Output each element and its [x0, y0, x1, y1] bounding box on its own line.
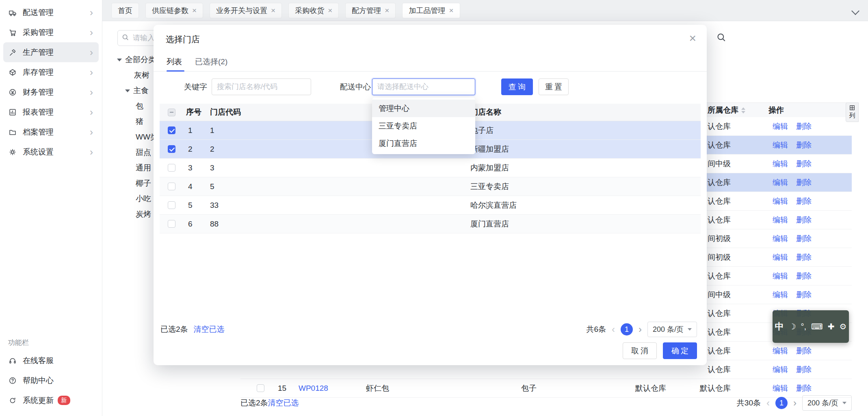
tab-supply-chain-params[interactable]: 供应链参数 × [145, 3, 203, 18]
name-cell: 哈尔滨直营店 [470, 196, 517, 214]
edit-link[interactable]: 编辑 [773, 117, 788, 135]
edit-link[interactable]: 编辑 [773, 285, 788, 304]
store-row[interactable]: 3 3 内蒙加盟店 [160, 159, 701, 177]
store-row[interactable]: 5 33 哈尔滨直营店 [160, 196, 701, 215]
keyword-input[interactable] [212, 78, 311, 95]
close-icon[interactable]: × [385, 7, 389, 14]
settings-icon[interactable]: ⚙ [840, 322, 847, 331]
edit-link[interactable]: 编辑 [773, 155, 788, 173]
delete-link[interactable]: 删除 [796, 285, 812, 304]
tab-home[interactable]: 首页 [111, 3, 139, 18]
reset-button[interactable]: 重置 [539, 78, 569, 95]
delete-link[interactable]: 删除 [796, 155, 812, 173]
prev-page-icon[interactable]: ‹ [612, 325, 615, 334]
search-icon[interactable] [716, 33, 726, 44]
distribution-center-select[interactable] [372, 78, 475, 95]
confirm-button[interactable]: 确定 [663, 342, 697, 359]
prev-page-icon[interactable]: ‹ [766, 398, 770, 408]
page-size-select[interactable]: 200 条/页 [647, 322, 697, 337]
edit-link[interactable]: 编辑 [773, 360, 788, 379]
edit-link[interactable]: 编辑 [773, 173, 788, 192]
delete-link[interactable]: 删除 [796, 360, 812, 379]
sidebar-item-delivery[interactable]: 配送管理 › [3, 2, 99, 22]
clear-selection-link[interactable]: 清空已选 [194, 324, 225, 335]
next-page-icon[interactable]: › [639, 325, 642, 334]
next-page-icon[interactable]: › [793, 398, 797, 408]
edit-link[interactable]: 编辑 [773, 192, 788, 210]
chinese-mode-icon[interactable]: 中 [775, 322, 784, 331]
punctuation-icon[interactable]: °, [801, 322, 806, 331]
no-cell: 1 [188, 121, 193, 139]
column-header-warehouse[interactable]: 所属仓库 [708, 103, 745, 118]
tab-business-switches[interactable]: 业务开关与设置 × [210, 3, 282, 18]
close-icon[interactable]: × [192, 7, 197, 14]
chevron-down-icon[interactable] [851, 7, 859, 15]
tree-label: 灰树 [134, 70, 149, 81]
delete-link[interactable]: 删除 [796, 192, 812, 210]
delete-link[interactable]: 删除 [796, 248, 812, 266]
table-footer: 已选2条 清空已选 共30条 ‹ 1 › 200 条/页 [240, 394, 852, 412]
delete-link[interactable]: 删除 [796, 229, 812, 248]
clear-selection-link[interactable]: 清空已选 [268, 398, 299, 408]
sidebar-item-purchasing[interactable]: 采购管理 › [3, 22, 99, 42]
edit-link[interactable]: 编辑 [773, 229, 788, 248]
column-settings-tool[interactable]: 列 [846, 102, 859, 122]
delete-link[interactable]: 删除 [796, 211, 812, 229]
close-icon[interactable]: × [449, 7, 453, 14]
row-checkbox[interactable] [168, 196, 175, 214]
cancel-button[interactable]: 取消 [623, 342, 657, 359]
move-icon[interactable]: ✚ [828, 322, 835, 331]
edit-link[interactable]: 编辑 [773, 211, 788, 229]
close-icon[interactable]: × [271, 7, 275, 14]
delete-link[interactable]: 删除 [796, 136, 812, 154]
sidebar-item-online-service[interactable]: 在线客服 [3, 351, 99, 370]
tab-list[interactable]: 列表 [167, 52, 182, 71]
row-checkbox[interactable] [168, 140, 175, 158]
page-number[interactable]: 1 [775, 397, 788, 409]
column-header-label: 所属仓库 [708, 105, 738, 115]
row-checkbox[interactable] [168, 177, 175, 196]
edit-link[interactable]: 编辑 [773, 267, 788, 285]
sidebar-item-help-center[interactable]: 帮助中心 [3, 370, 99, 390]
page-number[interactable]: 1 [621, 323, 633, 335]
delete-link[interactable]: 删除 [796, 117, 812, 135]
select-all-checkbox[interactable] [168, 104, 175, 121]
tree-label: 全部分类 [125, 54, 156, 65]
tree-label: 主食 [133, 85, 149, 96]
delete-link[interactable]: 删除 [796, 342, 812, 360]
dropdown-option[interactable]: 厦门直营店 [372, 135, 475, 152]
close-icon[interactable]: × [689, 32, 696, 44]
delete-link[interactable]: 删除 [796, 267, 812, 285]
dropdown-option[interactable]: 管理中心 [372, 100, 475, 117]
delete-link[interactable]: 删除 [796, 173, 812, 192]
keyboard-icon[interactable]: ⌨ [811, 322, 823, 331]
tab-purchase-receiving[interactable]: 采购收货 × [288, 3, 339, 18]
edit-link[interactable]: 编辑 [773, 342, 788, 360]
row-checkbox[interactable] [168, 121, 175, 139]
edit-link[interactable]: 编辑 [773, 136, 788, 154]
sidebar-item-production[interactable]: 生产管理 › [3, 42, 99, 62]
tab-selected[interactable]: 已选择(2) [195, 52, 227, 71]
dropdown-option[interactable]: 三亚专卖店 [372, 117, 475, 135]
chevron-right-icon: › [90, 68, 93, 77]
sidebar-item-inventory[interactable]: 库存管理 › [3, 62, 99, 82]
search-button[interactable]: 查询 [501, 78, 533, 95]
sidebar-item-finance[interactable]: 财务管理 › [3, 82, 99, 102]
sidebar-item-settings[interactable]: 系统设置 › [3, 142, 99, 162]
store-row[interactable]: 6 88 厦门直营店 [160, 215, 701, 233]
tab-recipe-management[interactable]: 配方管理 × [345, 3, 396, 18]
close-icon[interactable]: × [328, 7, 332, 14]
sort-icon[interactable] [741, 107, 745, 113]
row-checkbox[interactable] [168, 215, 175, 233]
sidebar-item-system-update[interactable]: 系统更新 新 [3, 390, 99, 410]
page-size-select[interactable]: 200 条/页 [802, 395, 852, 411]
sidebar-item-reports[interactable]: 报表管理 › [3, 102, 99, 122]
row-checkbox[interactable] [168, 159, 175, 177]
column-tool-label: 列 [849, 112, 855, 120]
tab-label: 采购收货 [295, 6, 324, 15]
moon-icon[interactable]: ☽ [788, 322, 796, 331]
sidebar-item-archives[interactable]: 档案管理 › [3, 122, 99, 142]
edit-link[interactable]: 编辑 [773, 248, 788, 266]
tab-processed-goods[interactable]: 加工品管理 × [402, 3, 460, 18]
store-row[interactable]: 4 5 三亚专卖店 [160, 177, 701, 196]
